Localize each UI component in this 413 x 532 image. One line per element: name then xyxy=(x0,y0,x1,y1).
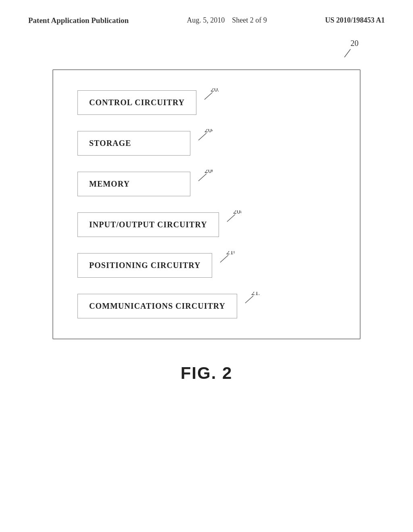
ref-210-arrow: 210 xyxy=(206,251,234,265)
svg-text:204: 204 xyxy=(204,129,213,134)
component-row-communications: COMMUNICATIONS CIRCUITRY 212 xyxy=(77,294,336,318)
positioning-circuitry-label: POSITIONING CIRCUITRY xyxy=(89,261,200,270)
io-circuitry-wrapper: INPUT/OUTPUT CIRCUITRY 208 xyxy=(77,212,219,237)
control-circuitry-wrapper: CONTROL CIRCUITRY 202 xyxy=(77,90,196,115)
ref-212-arrow: 212 xyxy=(231,292,259,306)
io-circuitry-label: INPUT/OUTPUT CIRCUITRY xyxy=(89,220,207,229)
svg-line-12 xyxy=(245,296,253,303)
figure-label: FIG. 2 xyxy=(0,364,413,383)
storage-label: STORAGE xyxy=(89,139,131,148)
storage-box: STORAGE xyxy=(77,131,190,156)
storage-wrapper: STORAGE 204 xyxy=(77,131,190,156)
memory-label: MEMORY xyxy=(89,179,130,188)
header-publication-type: Patent Application Publication xyxy=(28,16,129,25)
outer-device-box: CONTROL CIRCUITRY 202 STORAGE 204 xyxy=(52,69,361,339)
memory-box: MEMORY xyxy=(77,172,190,196)
diagram-area: 200 CONTROL CIRCUITRY 202 STORAGE xyxy=(0,33,413,347)
svg-line-2 xyxy=(204,92,213,100)
svg-text:210: 210 xyxy=(226,251,234,256)
positioning-circuitry-wrapper: POSITIONING CIRCUITRY 210 xyxy=(77,253,212,278)
svg-text:200: 200 xyxy=(350,39,359,48)
control-circuitry-box: CONTROL CIRCUITRY xyxy=(77,90,196,115)
svg-line-10 xyxy=(220,255,228,262)
header-date-sheet: Aug. 5, 2010 Sheet 2 of 9 xyxy=(187,16,267,25)
io-circuitry-box: INPUT/OUTPUT CIRCUITRY xyxy=(77,212,219,237)
memory-wrapper: MEMORY 206 xyxy=(77,172,190,196)
svg-text:202: 202 xyxy=(211,88,219,93)
ref-200-arrow: 200 xyxy=(310,37,359,61)
ref-204-arrow: 204 xyxy=(184,129,213,143)
communications-circuitry-label: COMMUNICATIONS CIRCUITRY xyxy=(89,301,225,310)
header-patent-number: US 2010/198453 A1 xyxy=(325,16,385,25)
svg-text:206: 206 xyxy=(204,170,213,175)
component-row-io: INPUT/OUTPUT CIRCUITRY 208 xyxy=(77,212,336,237)
svg-line-4 xyxy=(198,133,206,140)
svg-line-6 xyxy=(198,174,206,181)
component-row-positioning: POSITIONING CIRCUITRY 210 xyxy=(77,253,336,278)
svg-line-0 xyxy=(344,49,350,57)
communications-circuitry-wrapper: COMMUNICATIONS CIRCUITRY 212 xyxy=(77,294,237,318)
header-sheet: Sheet 2 of 9 xyxy=(232,16,267,24)
positioning-circuitry-box: POSITIONING CIRCUITRY xyxy=(77,253,212,278)
page-header: Patent Application Publication Aug. 5, 2… xyxy=(0,0,413,33)
header-date: Aug. 5, 2010 xyxy=(187,16,225,24)
ref-208-arrow: 208 xyxy=(213,210,241,224)
ref-206-arrow: 206 xyxy=(184,170,213,184)
component-row-control: CONTROL CIRCUITRY 202 xyxy=(77,90,336,115)
component-row-storage: STORAGE 204 xyxy=(77,131,336,156)
svg-text:208: 208 xyxy=(233,210,241,215)
component-row-memory: MEMORY 206 xyxy=(77,172,336,196)
control-circuitry-label: CONTROL CIRCUITRY xyxy=(89,98,185,107)
ref-202-arrow: 202 xyxy=(190,88,219,102)
svg-line-8 xyxy=(227,214,235,222)
svg-text:212: 212 xyxy=(251,292,259,297)
communications-circuitry-box: COMMUNICATIONS CIRCUITRY xyxy=(77,294,237,318)
